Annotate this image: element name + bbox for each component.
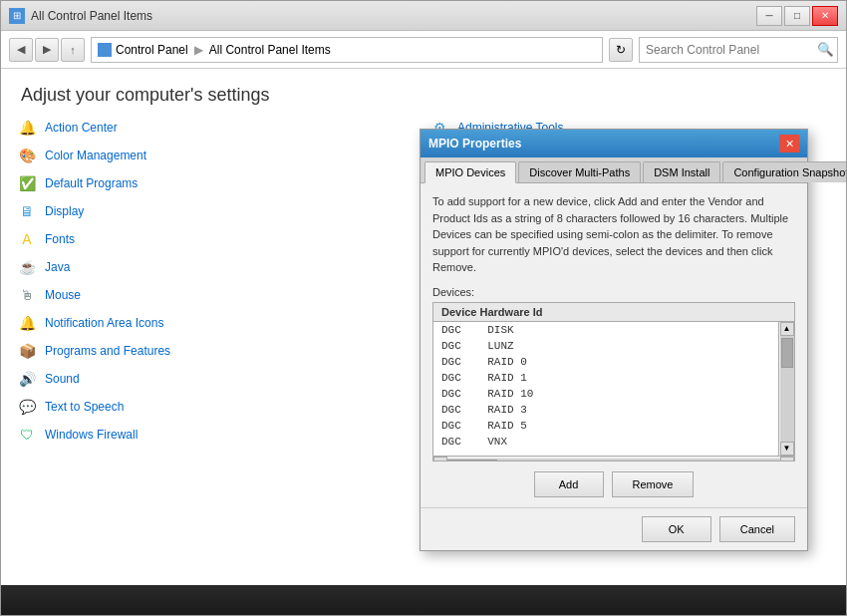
refresh-button[interactable]: ↻ — [609, 38, 633, 62]
title-bar: ⊞ All Control Panel Items ─ □ ✕ — [1, 1, 846, 31]
tab-configuration-snapshot[interactable]: Configuration Snapshot — [722, 161, 846, 182]
left-item-windows-firewall[interactable]: 🛡 Windows Firewall — [11, 421, 424, 449]
item-icon: 🛡 — [17, 425, 37, 445]
path-control-panel: Control Panel — [116, 43, 188, 57]
item-label: Mouse — [45, 288, 81, 302]
table-row[interactable]: DGC DISK — [433, 322, 778, 338]
path-all-items: All Control Panel Items — [209, 43, 331, 57]
restore-button[interactable]: □ — [784, 6, 810, 26]
remove-button[interactable]: Remove — [612, 471, 695, 497]
search-input[interactable] — [640, 43, 813, 57]
tab-discover-multi-paths[interactable]: Discover Multi-Paths — [518, 161, 641, 182]
dialog-description: To add support for a new device, click A… — [432, 193, 795, 276]
h-scroll-thumb[interactable] — [447, 460, 497, 462]
item-icon: 🖥 — [17, 201, 37, 221]
tab-mpio-devices[interactable]: MPIO Devices — [424, 161, 516, 183]
cancel-button[interactable]: Cancel — [719, 516, 795, 542]
back-button[interactable]: ◀ — [9, 38, 33, 62]
window-icon: ⊞ — [9, 8, 25, 24]
table-row[interactable]: DGC RAID 3 — [433, 402, 778, 418]
left-item-display[interactable]: 🖥 Display — [11, 197, 424, 225]
table-scroll-area: DGC DISKDGC LUNZDGC RAID 0DGC RAID 1DGC … — [433, 322, 794, 456]
dialog-action-buttons: Add Remove — [432, 471, 795, 497]
item-icon: A — [17, 229, 37, 249]
mpio-dialog: MPIO Properties ✕ MPIO DevicesDiscover M… — [420, 129, 808, 551]
table-row[interactable]: DGC RAID 10 — [433, 386, 778, 402]
search-box: 🔍 — [639, 37, 838, 63]
item-label: Programs and Features — [45, 344, 170, 358]
main-window: ⊞ All Control Panel Items ─ □ ✕ ◀ ▶ ↑ Co… — [0, 0, 847, 616]
scroll-track — [780, 336, 794, 442]
taskbar — [1, 585, 846, 615]
panel-header: Adjust your computer's settings — [1, 69, 846, 114]
address-path[interactable]: Control Panel ▶ All Control Panel Items — [91, 37, 603, 63]
left-item-color-management[interactable]: 🎨 Color Management — [11, 142, 424, 169]
table-row[interactable]: DGC RAID 0 — [433, 354, 778, 370]
item-label: Default Programs — [45, 176, 138, 190]
devices-table: Device Hardware Id DGC DISKDGC LUNZDGC R… — [432, 302, 795, 462]
close-button[interactable]: ✕ — [812, 6, 838, 26]
item-icon: 🖱 — [17, 285, 37, 305]
search-icon-button[interactable]: 🔍 — [813, 38, 837, 62]
up-button[interactable]: ↑ — [61, 38, 85, 62]
item-icon: 📦 — [17, 341, 37, 361]
item-label: Text to Speech — [45, 400, 124, 414]
nav-buttons: ◀ ▶ ↑ — [9, 38, 85, 62]
left-item-notification-area-icons[interactable]: 🔔 Notification Area Icons — [11, 309, 424, 337]
left-item-mouse[interactable]: 🖱 Mouse — [11, 281, 424, 309]
h-scrollbar[interactable]: ◀ ▶ — [433, 456, 794, 462]
left-item-java[interactable]: ☕ Java — [11, 253, 424, 281]
h-scroll-track — [447, 459, 780, 462]
item-label: Fonts — [45, 232, 75, 246]
tab-dsm-install[interactable]: DSM Install — [643, 161, 720, 182]
dialog-title-bar: MPIO Properties ✕ — [421, 130, 807, 157]
add-button[interactable]: Add — [534, 471, 604, 497]
dialog-body: To add support for a new device, click A… — [421, 183, 807, 507]
dialog-close-button[interactable]: ✕ — [779, 135, 799, 153]
minimize-button[interactable]: ─ — [756, 6, 782, 26]
item-icon: 🎨 — [17, 146, 37, 165]
left-item-programs-and-features[interactable]: 📦 Programs and Features — [11, 337, 424, 365]
left-item-action-center[interactable]: 🔔 Action Center — [11, 114, 424, 142]
title-bar-buttons: ─ □ ✕ — [756, 6, 838, 26]
h-scroll-right-button[interactable]: ▶ — [780, 457, 794, 462]
table-header: Device Hardware Id — [433, 303, 794, 322]
path-sep-1: ▶ — [194, 43, 203, 57]
scroll-up-button[interactable]: ▲ — [780, 322, 794, 336]
table-row[interactable]: DGC RAID 5 — [433, 418, 778, 434]
table-row[interactable]: DGC LUNZ — [433, 338, 778, 354]
item-label: Action Center — [45, 121, 118, 135]
title-bar-left: ⊞ All Control Panel Items — [9, 8, 152, 24]
h-scroll-left-button[interactable]: ◀ — [433, 457, 447, 462]
path-icon — [98, 43, 112, 57]
item-icon: 🔊 — [17, 369, 37, 389]
scroll-down-button[interactable]: ▼ — [780, 442, 794, 456]
v-scrollbar[interactable]: ▲ ▼ — [778, 322, 794, 456]
scroll-thumb[interactable] — [781, 338, 793, 368]
left-item-sound[interactable]: 🔊 Sound — [11, 365, 424, 393]
table-row[interactable]: DGC RAID 1 — [433, 370, 778, 386]
item-icon: 🔔 — [17, 118, 37, 138]
dialog-tabs: MPIO DevicesDiscover Multi-PathsDSM Inst… — [421, 157, 807, 183]
left-item-default-programs[interactable]: ✅ Default Programs — [11, 169, 424, 197]
devices-list[interactable]: DGC DISKDGC LUNZDGC RAID 0DGC RAID 1DGC … — [433, 322, 778, 456]
address-bar: ◀ ▶ ↑ Control Panel ▶ All Control Panel … — [1, 31, 846, 69]
table-row[interactable]: DGC VNX — [433, 434, 778, 450]
item-label: Sound — [45, 372, 80, 386]
window-title: All Control Panel Items — [31, 9, 152, 23]
forward-button[interactable]: ▶ — [35, 38, 59, 62]
dialog-title: MPIO Properties — [428, 137, 521, 151]
devices-label: Devices: — [432, 286, 795, 298]
dialog-footer: OK Cancel — [421, 507, 807, 550]
left-item-text-to-speech[interactable]: 💬 Text to Speech — [11, 393, 424, 421]
left-item-fonts[interactable]: A Fonts — [11, 225, 424, 253]
item-label: Java — [45, 260, 70, 274]
item-label: Windows Firewall — [45, 428, 138, 442]
item-label: Color Management — [45, 149, 146, 162]
left-column: 🔔 Action Center 🎨 Color Management ✅ Def… — [11, 114, 424, 449]
main-content: Adjust your computer's settings 🔔 Action… — [1, 69, 846, 585]
item-icon: ✅ — [17, 173, 37, 193]
item-label: Notification Area Icons — [45, 316, 163, 330]
ok-button[interactable]: OK — [642, 516, 711, 542]
item-icon: 🔔 — [17, 313, 37, 333]
